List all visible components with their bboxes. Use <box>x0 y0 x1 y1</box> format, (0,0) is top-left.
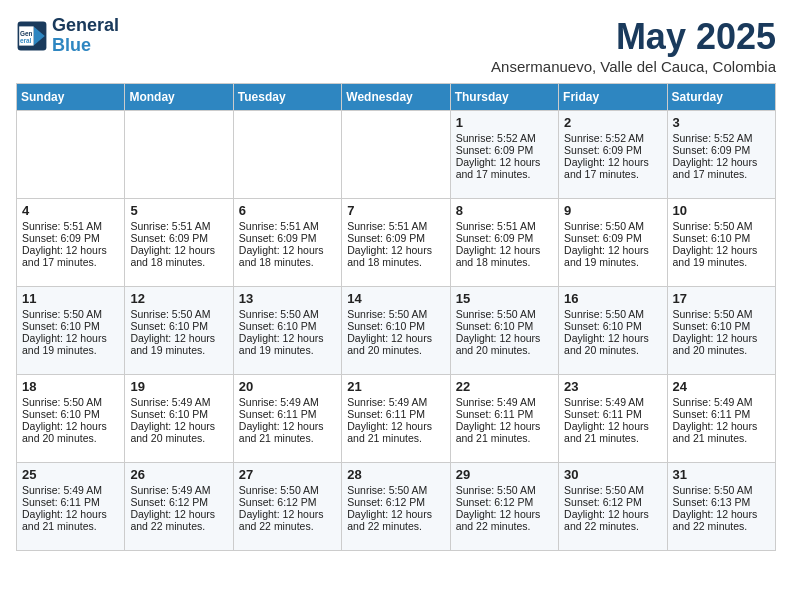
day-info-line: and 19 minutes. <box>130 344 227 356</box>
svg-text:eral: eral <box>20 37 32 44</box>
day-info-line: Sunrise: 5:49 AM <box>130 396 227 408</box>
day-info-line: Sunrise: 5:51 AM <box>347 220 444 232</box>
logo-icon: Gen eral <box>16 20 48 52</box>
day-number: 25 <box>22 467 119 482</box>
day-info-line: Sunset: 6:12 PM <box>347 496 444 508</box>
day-info-line: Daylight: 12 hours <box>564 156 661 168</box>
day-number: 27 <box>239 467 336 482</box>
day-info-line: and 22 minutes. <box>130 520 227 532</box>
day-info-line: Daylight: 12 hours <box>239 332 336 344</box>
day-info-line: Sunrise: 5:50 AM <box>22 308 119 320</box>
calendar-cell: 7Sunrise: 5:51 AMSunset: 6:09 PMDaylight… <box>342 199 450 287</box>
day-info-line: Sunrise: 5:50 AM <box>456 484 553 496</box>
page-header: Gen eral General Blue May 2025 Ansermanu… <box>16 16 776 75</box>
calendar-cell: 17Sunrise: 5:50 AMSunset: 6:10 PMDayligh… <box>667 287 775 375</box>
day-info-line: Sunrise: 5:50 AM <box>673 308 770 320</box>
day-info-line: Sunset: 6:10 PM <box>22 320 119 332</box>
day-info-line: and 20 minutes. <box>456 344 553 356</box>
calendar-cell: 12Sunrise: 5:50 AMSunset: 6:10 PMDayligh… <box>125 287 233 375</box>
day-number: 28 <box>347 467 444 482</box>
weekday-header-row: SundayMondayTuesdayWednesdayThursdayFrid… <box>17 84 776 111</box>
day-info-line: Sunset: 6:10 PM <box>130 320 227 332</box>
day-info-line: Sunrise: 5:50 AM <box>239 308 336 320</box>
day-info-line: Sunrise: 5:52 AM <box>456 132 553 144</box>
day-info-line: Sunrise: 5:52 AM <box>673 132 770 144</box>
day-info-line: and 18 minutes. <box>347 256 444 268</box>
weekday-header: Sunday <box>17 84 125 111</box>
calendar-cell: 15Sunrise: 5:50 AMSunset: 6:10 PMDayligh… <box>450 287 558 375</box>
calendar-cell <box>233 111 341 199</box>
calendar-cell: 22Sunrise: 5:49 AMSunset: 6:11 PMDayligh… <box>450 375 558 463</box>
day-info-line: Sunrise: 5:49 AM <box>22 484 119 496</box>
day-number: 8 <box>456 203 553 218</box>
day-info-line: and 17 minutes. <box>456 168 553 180</box>
day-info-line: Sunrise: 5:49 AM <box>456 396 553 408</box>
day-info-line: and 18 minutes. <box>456 256 553 268</box>
day-info-line: Daylight: 12 hours <box>456 508 553 520</box>
day-info-line: Sunrise: 5:50 AM <box>130 308 227 320</box>
day-number: 24 <box>673 379 770 394</box>
weekday-header: Monday <box>125 84 233 111</box>
day-info-line: and 22 minutes. <box>456 520 553 532</box>
calendar-cell: 27Sunrise: 5:50 AMSunset: 6:12 PMDayligh… <box>233 463 341 551</box>
day-info-line: Sunrise: 5:49 AM <box>347 396 444 408</box>
day-info-line: and 20 minutes. <box>564 344 661 356</box>
weekday-header: Wednesday <box>342 84 450 111</box>
day-info-line: and 20 minutes. <box>130 432 227 444</box>
calendar-cell: 30Sunrise: 5:50 AMSunset: 6:12 PMDayligh… <box>559 463 667 551</box>
calendar-cell: 26Sunrise: 5:49 AMSunset: 6:12 PMDayligh… <box>125 463 233 551</box>
day-info-line: Daylight: 12 hours <box>130 244 227 256</box>
calendar-cell: 23Sunrise: 5:49 AMSunset: 6:11 PMDayligh… <box>559 375 667 463</box>
day-info-line: Daylight: 12 hours <box>22 420 119 432</box>
day-info-line: Sunset: 6:12 PM <box>456 496 553 508</box>
calendar-cell: 19Sunrise: 5:49 AMSunset: 6:10 PMDayligh… <box>125 375 233 463</box>
day-info-line: Sunrise: 5:49 AM <box>239 396 336 408</box>
day-info-line: Sunset: 6:10 PM <box>456 320 553 332</box>
day-info-line: Daylight: 12 hours <box>347 508 444 520</box>
day-info-line: Daylight: 12 hours <box>130 332 227 344</box>
day-info-line: Daylight: 12 hours <box>239 420 336 432</box>
calendar-cell <box>125 111 233 199</box>
calendar-cell <box>17 111 125 199</box>
day-number: 11 <box>22 291 119 306</box>
calendar-cell: 28Sunrise: 5:50 AMSunset: 6:12 PMDayligh… <box>342 463 450 551</box>
day-info-line: Daylight: 12 hours <box>456 244 553 256</box>
day-info-line: Daylight: 12 hours <box>456 156 553 168</box>
day-info-line: Daylight: 12 hours <box>347 420 444 432</box>
day-info-line: and 21 minutes. <box>456 432 553 444</box>
calendar-cell: 8Sunrise: 5:51 AMSunset: 6:09 PMDaylight… <box>450 199 558 287</box>
title-block: May 2025 Ansermanuevo, Valle del Cauca, … <box>491 16 776 75</box>
day-info-line: Daylight: 12 hours <box>22 244 119 256</box>
day-info-line: Sunset: 6:11 PM <box>239 408 336 420</box>
day-number: 15 <box>456 291 553 306</box>
day-info-line: Sunset: 6:10 PM <box>347 320 444 332</box>
calendar-cell: 2Sunrise: 5:52 AMSunset: 6:09 PMDaylight… <box>559 111 667 199</box>
day-info-line: Sunset: 6:11 PM <box>564 408 661 420</box>
logo: Gen eral General Blue <box>16 16 119 56</box>
calendar-cell: 11Sunrise: 5:50 AMSunset: 6:10 PMDayligh… <box>17 287 125 375</box>
day-number: 4 <box>22 203 119 218</box>
day-info-line: Sunrise: 5:50 AM <box>239 484 336 496</box>
day-number: 13 <box>239 291 336 306</box>
day-info-line: Sunset: 6:12 PM <box>130 496 227 508</box>
day-info-line: Sunset: 6:09 PM <box>564 232 661 244</box>
day-info-line: Daylight: 12 hours <box>347 332 444 344</box>
day-info-line: Sunrise: 5:51 AM <box>130 220 227 232</box>
day-number: 2 <box>564 115 661 130</box>
weekday-header: Thursday <box>450 84 558 111</box>
logo-line2: Blue <box>52 36 119 56</box>
day-info-line: and 19 minutes. <box>239 344 336 356</box>
day-info-line: and 20 minutes. <box>347 344 444 356</box>
day-info-line: and 21 minutes. <box>673 432 770 444</box>
day-info-line: Sunset: 6:09 PM <box>130 232 227 244</box>
location-subtitle: Ansermanuevo, Valle del Cauca, Colombia <box>491 58 776 75</box>
day-info-line: Sunset: 6:10 PM <box>239 320 336 332</box>
day-number: 21 <box>347 379 444 394</box>
day-info-line: Sunrise: 5:49 AM <box>673 396 770 408</box>
calendar-week-row: 1Sunrise: 5:52 AMSunset: 6:09 PMDaylight… <box>17 111 776 199</box>
day-info-line: and 17 minutes. <box>564 168 661 180</box>
day-info-line: and 21 minutes. <box>347 432 444 444</box>
day-number: 16 <box>564 291 661 306</box>
calendar-cell: 14Sunrise: 5:50 AMSunset: 6:10 PMDayligh… <box>342 287 450 375</box>
day-number: 5 <box>130 203 227 218</box>
